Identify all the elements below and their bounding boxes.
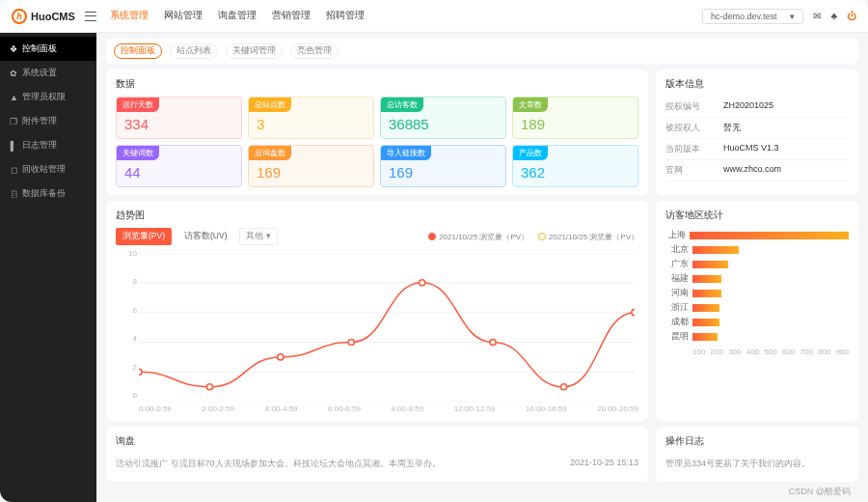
svg-point-6	[139, 369, 142, 375]
nav-2[interactable]: 询盘管理	[218, 10, 257, 22]
region-row: 北京	[665, 244, 849, 256]
tab-pv[interactable]: 浏览量(PV)	[116, 228, 172, 245]
logo: h HuoCMS	[12, 9, 75, 24]
env-selector[interactable]: hc-demo.dev.test▾	[702, 9, 803, 24]
stat-3: 文章数189	[512, 97, 638, 139]
stat-7: 产品数362	[512, 145, 638, 187]
sidebar-item-2[interactable]: ▲管理员权限	[0, 85, 96, 109]
main-content: 控制面板站点列表关键词管理亮色管理 数据 运行天数334总站点数3总访客数368…	[96, 33, 868, 502]
sidebar-item-6[interactable]: ⌸数据库备份	[0, 181, 96, 206]
sidebar-icon: ▌	[10, 141, 17, 151]
sidebar-icon: ✿	[10, 69, 17, 78]
trend-chart: 1086420 0:00-0:592:00-2:594:00-4:596:00-…	[116, 249, 638, 413]
sidebar-item-4[interactable]: ▌日志管理	[0, 133, 96, 157]
data-panel: 数据 运行天数334总站点数3总访客数36885文章数189关键词数44总询盘数…	[106, 70, 648, 195]
region-row: 上海	[665, 230, 849, 241]
svg-point-7	[206, 384, 212, 390]
sidebar-icon: ❐	[10, 117, 17, 126]
oplog-item: 管理员334号更新了关于我们的内容。	[665, 454, 849, 474]
panel-title: 版本信息	[665, 77, 849, 91]
svg-point-10	[420, 280, 425, 286]
stat-1: 总站点数3	[248, 97, 374, 139]
panel-title: 询盘	[116, 434, 638, 448]
region-row: 福建	[665, 273, 849, 285]
inquiry-item: 活动引流推广 引流目标70人去现场参加大会。科技论坛大会地点莫湘。本周五举办。 …	[116, 454, 638, 474]
crumb-1[interactable]: 站点列表	[170, 43, 218, 59]
sidebar-item-3[interactable]: ❐附件管理	[0, 109, 96, 133]
top-bar: h HuoCMS 系统管理网站管理询盘管理营销管理招聘管理 hc-demo.de…	[0, 0, 868, 33]
inquiry-panel: 询盘 活动引流推广 引流目标70人去现场参加大会。科技论坛大会地点莫湘。本周五举…	[106, 427, 648, 482]
menu-toggle-icon[interactable]	[85, 12, 96, 21]
info-row: 授权编号ZH20201025	[665, 97, 849, 118]
sidebar-item-0[interactable]: ❖控制面板	[0, 37, 96, 61]
trend-tabs: 浏览量(PV) 访客数(UV) 其他 ▾ 2021/10/25 浏览量（PV） …	[116, 228, 638, 245]
sidebar-item-5[interactable]: ◻回收站管理	[0, 157, 96, 181]
power-icon[interactable]: ⏻	[847, 11, 856, 21]
nav-4[interactable]: 招聘管理	[326, 10, 365, 22]
stat-5: 总询盘数169	[248, 145, 374, 187]
crumb-2[interactable]: 关键词管理	[226, 43, 283, 59]
region-row: 成都	[665, 317, 849, 328]
trend-other-select[interactable]: 其他 ▾	[239, 228, 277, 245]
panel-title: 趋势图	[116, 209, 638, 222]
sidebar-icon: ❖	[10, 44, 17, 54]
trend-panel: 趋势图 浏览量(PV) 访客数(UV) 其他 ▾ 2021/10/25 浏览量（…	[106, 201, 648, 421]
nav-0[interactable]: 系统管理	[110, 10, 149, 22]
sidebar-item-1[interactable]: ✿系统设置	[0, 61, 96, 85]
svg-point-8	[278, 354, 284, 360]
bell-icon[interactable]: ♣	[830, 11, 837, 21]
svg-point-13	[632, 310, 635, 316]
svg-point-11	[490, 339, 496, 345]
top-nav: 系统管理网站管理询盘管理营销管理招聘管理	[110, 10, 702, 22]
panel-title: 操作日志	[665, 434, 849, 448]
sidebar-icon: ⌸	[10, 189, 17, 199]
brand-name: HuoCMS	[31, 11, 75, 22]
logo-icon: h	[12, 9, 27, 24]
info-row: 官网www.zhco.com	[665, 160, 849, 181]
svg-point-12	[560, 384, 566, 390]
region-row: 河南	[665, 288, 849, 299]
oplog-panel: 操作日志 管理员334号更新了关于我们的内容。	[656, 427, 858, 482]
panel-title: 数据	[116, 77, 638, 91]
sidebar-icon: ▲	[10, 93, 17, 102]
panel-title: 访客地区统计	[665, 209, 849, 222]
region-row: 浙江	[665, 302, 849, 314]
tab-uv[interactable]: 访客数(UV)	[177, 228, 233, 245]
breadcrumb: 控制面板站点列表关键词管理亮色管理	[106, 39, 858, 64]
region-row: 昆明	[665, 331, 849, 343]
chevron-down-icon: ▾	[790, 12, 795, 21]
stat-6: 导入链接数169	[380, 145, 506, 187]
stat-2: 总访客数36885	[380, 97, 506, 139]
mail-icon[interactable]: ✉	[813, 11, 821, 21]
info-row: 被授权人暂无	[665, 118, 849, 139]
crumb-0[interactable]: 控制面板	[114, 43, 162, 59]
sidebar: ❖控制面板✿系统设置▲管理员权限❐附件管理▌日志管理◻回收站管理⌸数据库备份	[0, 33, 96, 502]
info-row: 当前版本HuoCMS V1.3	[665, 139, 849, 160]
stat-4: 关键词数44	[116, 145, 242, 187]
sidebar-icon: ◻	[10, 165, 17, 175]
region-row: 广东	[665, 259, 849, 270]
crumb-3[interactable]: 亮色管理	[290, 43, 339, 59]
watermark: CSDN @酷爱码	[789, 486, 851, 498]
nav-1[interactable]: 网站管理	[164, 10, 203, 22]
nav-3[interactable]: 营销管理	[272, 10, 311, 22]
chart-legend: 2021/10/25 浏览量（PV） 2021/10/25 浏览量（PV）	[428, 232, 638, 242]
stat-0: 运行天数334	[116, 97, 242, 139]
region-panel: 访客地区统计 上海北京广东福建河南浙江成都昆明 1002003004005006…	[656, 201, 858, 421]
version-panel: 版本信息 授权编号ZH20201025被授权人暂无当前版本HuoCMS V1.3…	[656, 70, 858, 195]
svg-point-9	[348, 339, 354, 345]
